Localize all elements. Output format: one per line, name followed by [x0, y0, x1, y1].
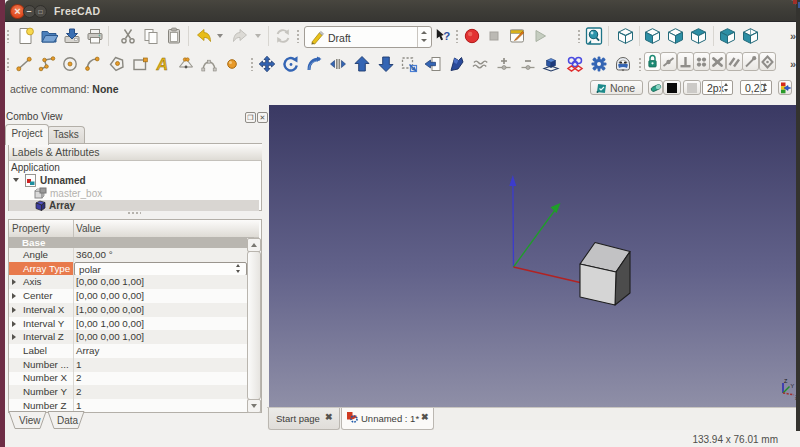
svg-text:Data: Data [57, 415, 79, 426]
svg-text:A: A [156, 56, 169, 73]
svg-text:?: ? [443, 30, 450, 42]
svg-text:Y: Y [791, 383, 795, 389]
svg-text:View: View [19, 415, 41, 426]
